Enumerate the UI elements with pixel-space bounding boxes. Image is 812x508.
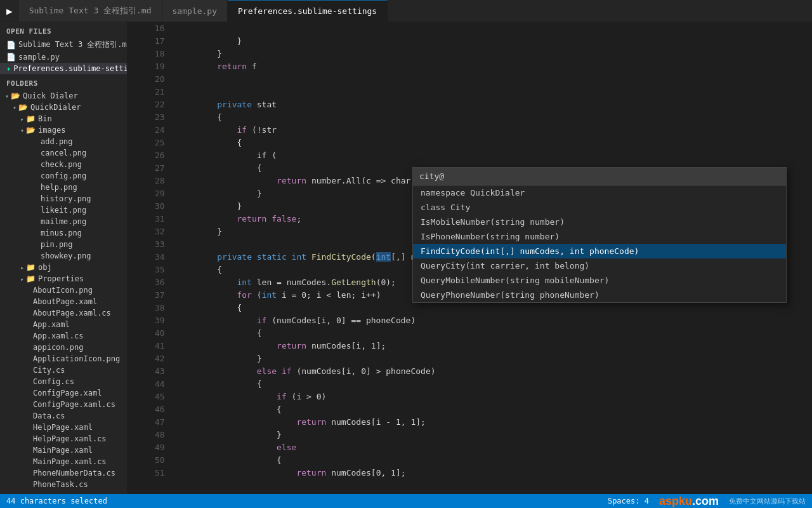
sidebar-tree-item[interactable]: Config.cs	[0, 376, 127, 387]
tab-md-label: Sublime Text 3 全程指引.md	[29, 5, 152, 17]
open-file-md[interactable]: 📄 Sublime Text 3 全程指引.md	[0, 38, 127, 51]
autocomplete-list: namespace QuickDialerclass CityIsMobileN…	[413, 185, 786, 302]
line-content	[173, 73, 812, 86]
sidebar-tree-item[interactable]: ApplicationIcon.png	[0, 353, 127, 364]
sidebar-tree-item[interactable]: pin.png	[0, 239, 127, 250]
sidebar-tree-item[interactable]: ▸📁Properties	[0, 273, 127, 284]
run-button[interactable]: ▶	[0, 0, 19, 22]
sidebar-tree-item[interactable]: AboutPage.xaml.cs	[0, 307, 127, 319]
autocomplete-dropdown: namespace QuickDialerclass CityIsMobileN…	[412, 167, 787, 303]
sidebar-tree-item[interactable]: appicon.png	[0, 342, 127, 353]
code-line: 38 {	[127, 302, 812, 314]
autocomplete-item[interactable]: IsMobileNumber(string number)	[413, 215, 786, 229]
line-content: {	[173, 454, 812, 467]
line-number: 19	[127, 60, 173, 73]
line-content: private stat	[173, 98, 812, 111]
sidebar-tree-item[interactable]: add.png	[0, 136, 127, 147]
main-area: OPEN FILES 📄 Sublime Text 3 全程指引.md 📄 sa…	[0, 22, 812, 494]
line-number: 38	[127, 302, 173, 314]
code-line: 17 }	[127, 35, 812, 48]
line-content: return f	[173, 60, 812, 73]
tree-item-label: QuickDialer	[30, 103, 81, 112]
code-container[interactable]: 1617 }18 }19 return f202122 private stat…	[127, 22, 812, 494]
tab-settings[interactable]: Preferences.sublime-settings	[228, 0, 388, 22]
sidebar-tree-item[interactable]: minus.png	[0, 227, 127, 239]
sidebar-tree-item[interactable]: ▸📁obj	[0, 262, 127, 273]
tree-item-label: Data.cs	[33, 411, 65, 420]
autocomplete-item[interactable]: IsPhoneNumber(string number)	[413, 229, 786, 244]
sidebar-tree-item[interactable]: MainPage.xaml	[0, 444, 127, 456]
sidebar-tree-item[interactable]: cancel.png	[0, 147, 127, 159]
autocomplete-input[interactable]	[413, 168, 786, 185]
sidebar: OPEN FILES 📄 Sublime Text 3 全程指引.md 📄 sa…	[0, 22, 127, 494]
line-number: 20	[127, 73, 173, 86]
tree-item-label: App.xaml	[33, 320, 70, 329]
sidebar-tree-item[interactable]: HelpPage.xaml	[0, 422, 127, 433]
line-number: 34	[127, 251, 173, 264]
code-line: 45 if (i > 0)	[127, 391, 812, 403]
sidebar-tree-item[interactable]: help.png	[0, 182, 127, 193]
tab-md[interactable]: Sublime Text 3 全程指引.md	[19, 0, 162, 22]
line-number: 22	[127, 98, 173, 111]
sidebar-tree-item[interactable]: ▾📂QuickDialer	[0, 102, 127, 113]
line-number: 31	[127, 213, 173, 225]
line-content: {	[173, 378, 812, 391]
line-number: 44	[127, 378, 173, 391]
sidebar-tree-item[interactable]: MainPage.xaml.cs	[0, 456, 127, 467]
sidebar-tree-item[interactable]: ▾📂images	[0, 124, 127, 136]
autocomplete-item[interactable]: FindCityCode(int[,] numCodes, int phoneC…	[413, 244, 786, 258]
line-content: {	[173, 327, 812, 340]
line-number: 32	[127, 225, 173, 238]
sidebar-tree-item[interactable]: HelpPage.xaml.cs	[0, 433, 127, 444]
sidebar-tree-item[interactable]: App.xaml	[0, 319, 127, 330]
code-line: 39 if (numCodes[i, 0] == phoneCode)	[127, 314, 812, 327]
sidebar-tree-item[interactable]: showkey.png	[0, 250, 127, 262]
sidebar-tree-item[interactable]: ConfigPage.xaml	[0, 387, 127, 399]
sidebar-tree-item[interactable]: Data.cs	[0, 410, 127, 422]
tab-bar: ▶ Sublime Text 3 全程指引.md sample.py Prefe…	[0, 0, 812, 22]
tree-item-label: check.png	[41, 160, 82, 169]
code-line: 20	[127, 73, 812, 86]
autocomplete-item[interactable]: class City	[413, 200, 786, 215]
sidebar-tree-item[interactable]: ▾📂Quick Dialer	[0, 90, 127, 102]
autocomplete-item[interactable]: QueryCity(int carrier, int belong)	[413, 258, 786, 273]
line-number: 21	[127, 86, 173, 98]
tree-item-label: MainPage.xaml	[33, 446, 93, 455]
tree-item-label: ConfigPage.xaml	[33, 389, 102, 398]
sidebar-tree-item[interactable]: likeit.png	[0, 204, 127, 216]
sidebar-tree-item[interactable]: ConfigPage.xaml.cs	[0, 399, 127, 410]
sidebar-tree-item[interactable]: App.xaml.cs	[0, 330, 127, 342]
sidebar-tree-item[interactable]: City.cs	[0, 364, 127, 376]
line-number: 18	[127, 48, 173, 60]
folder-arrow-icon: ▾	[13, 104, 16, 111]
autocomplete-item[interactable]: QueryPhoneNumber(string phoneNumber)	[413, 288, 786, 302]
code-line: 23 {	[127, 111, 812, 124]
sidebar-tree-item[interactable]: AboutPage.xaml	[0, 296, 127, 307]
autocomplete-item[interactable]: QueryMobileNumber(string mobileNumber)	[413, 273, 786, 288]
line-content: else if (numCodes[i, 0] > phoneCode)	[173, 365, 812, 378]
line-content: if (i > 0)	[173, 391, 812, 403]
sidebar-tree: ▾📂Quick Dialer▾📂QuickDialer▸📁Bin▾📂images…	[0, 90, 127, 490]
open-file-py[interactable]: 📄 sample.py	[0, 51, 127, 63]
line-content	[173, 86, 812, 98]
sidebar-tree-item[interactable]: mailme.png	[0, 216, 127, 227]
tree-item-label: config.png	[41, 171, 86, 180]
line-number: 26	[127, 149, 173, 162]
code-line: 21	[127, 86, 812, 98]
tree-item-label: mailme.png	[41, 217, 86, 226]
sidebar-tree-item[interactable]: AboutIcon.png	[0, 284, 127, 296]
folder-icon: 📁	[26, 274, 36, 283]
autocomplete-item[interactable]: namespace QuickDialer	[413, 185, 786, 200]
status-bar: 44 characters selected Spaces: 4 aspku.c…	[0, 494, 812, 508]
tab-py[interactable]: sample.py	[162, 0, 228, 22]
sidebar-tree-item[interactable]: check.png	[0, 159, 127, 170]
sidebar-tree-item[interactable]: config.png	[0, 170, 127, 182]
tree-item-label: history.png	[41, 194, 91, 203]
open-file-settings[interactable]: ✦ Preferences.sublime-settings	[0, 63, 127, 74]
sidebar-tree-item[interactable]: history.png	[0, 193, 127, 204]
sidebar-tree-item[interactable]: PhoneTask.cs	[0, 479, 127, 490]
selection-info: 44 characters selected	[6, 497, 107, 505]
line-number: 48	[127, 429, 173, 441]
sidebar-tree-item[interactable]: PhoneNumberData.cs	[0, 467, 127, 479]
sidebar-tree-item[interactable]: ▸📁Bin	[0, 113, 127, 124]
